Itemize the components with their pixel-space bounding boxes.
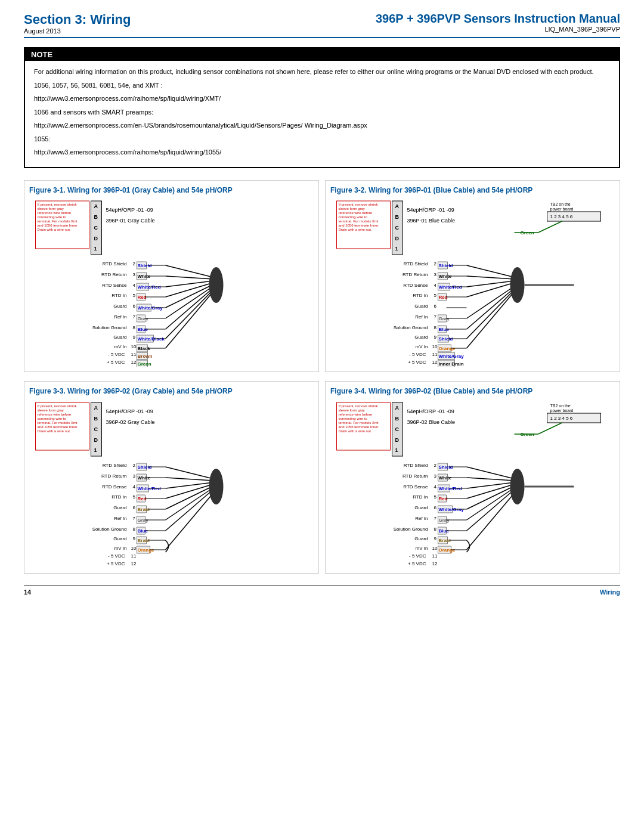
svg-text:1: 1 (395, 246, 398, 252)
svg-text:10: 10 (432, 344, 438, 349)
svg-text:reference wire before: reference wire before (38, 413, 72, 416)
figure-1-block: Figure 3-1. Wiring for 396P-01 (Gray Cab… (24, 180, 319, 373)
figure-2-svg: If present, remove shrink sleeve form gr… (330, 200, 615, 367)
manual-code: LIQ_MAN_396P_396PVP (376, 26, 620, 33)
svg-point-317 (510, 469, 525, 504)
svg-line-257 (538, 423, 562, 434)
svg-line-50 (166, 286, 213, 318)
svg-text:12: 12 (432, 561, 438, 566)
svg-text:connecting wire to: connecting wire to (339, 417, 368, 420)
svg-text:C: C (94, 225, 98, 231)
svg-text:54epH/ORP  -01  -09: 54epH/ORP -01 -09 (106, 408, 153, 414)
svg-text:RTD In: RTD In (413, 293, 428, 298)
figure-3-title: Figure 3-3. Wiring for 396P-02 (Gray Cab… (29, 386, 314, 397)
svg-text:Guard: Guard (113, 536, 126, 541)
figure-3-diagram: If present, remove shrink sleeve form gr… (29, 401, 314, 568)
svg-text:3: 3 (133, 473, 136, 479)
svg-text:RTD In: RTD In (112, 293, 126, 298)
svg-text:and 1056 terminate Inner: and 1056 terminate Inner (339, 425, 379, 429)
svg-line-139 (467, 288, 515, 329)
svg-line-189 (166, 478, 213, 481)
figures-row-2: Figure 3-3. Wiring for 396P-02 (Gray Cab… (24, 381, 620, 574)
svg-text:reference wire before: reference wire before (38, 211, 72, 215)
figure-2-diagram: If present, remove shrink sleeve form gr… (330, 200, 615, 367)
svg-text:reference wire before: reference wire before (339, 211, 373, 215)
svg-text:and 1056 terminate Inner: and 1056 terminate Inner (38, 425, 78, 429)
svg-text:sleeve form gray: sleeve form gray (38, 408, 64, 412)
svg-text:D: D (94, 236, 98, 241)
svg-text:2: 2 (133, 261, 136, 267)
svg-text:RTD Return: RTD Return (101, 473, 127, 479)
svg-text:3: 3 (434, 473, 437, 479)
svg-point-161 (510, 267, 525, 303)
svg-text:12: 12 (432, 360, 438, 365)
svg-point-236 (209, 469, 224, 504)
svg-text:- 5 VDC: - 5 VDC (108, 352, 125, 357)
figures-row-1: Figure 3-1. Wiring for 396P-01 (Gray Cab… (24, 180, 620, 373)
svg-line-145 (467, 290, 515, 339)
footer-section: Wiring (600, 589, 620, 596)
svg-text:1: 1 (395, 447, 398, 453)
svg-text:power board: power board (550, 207, 574, 212)
svg-text:RTD Sense: RTD Sense (102, 484, 127, 490)
svg-line-118 (467, 281, 515, 287)
svg-text:A: A (94, 203, 98, 209)
svg-text:3: 3 (434, 272, 437, 277)
page-header: Section 3: Wiring August 2013 396P + 396… (24, 12, 620, 38)
svg-text:7: 7 (434, 516, 437, 521)
svg-text:5: 5 (133, 494, 136, 500)
svg-text:If present, remove shrink: If present, remove shrink (339, 203, 379, 206)
svg-text:9: 9 (434, 536, 437, 541)
svg-text:5: 5 (133, 293, 136, 298)
svg-line-106 (467, 265, 515, 277)
svg-text:mV In: mV In (114, 344, 127, 349)
svg-line-99 (538, 221, 562, 233)
svg-text:4: 4 (133, 283, 136, 288)
svg-text:Solution Ground: Solution Ground (394, 527, 428, 532)
svg-text:B: B (395, 214, 400, 220)
header-right: 396P + 396PVP Sensors Instruction Manual… (376, 12, 620, 33)
svg-text:2: 2 (133, 463, 136, 468)
note-paragraph1: For additional wiring information on thi… (34, 67, 610, 77)
svg-text:11: 11 (131, 553, 137, 559)
svg-line-264 (467, 467, 515, 479)
svg-text:and 1056 terminate Inner: and 1056 terminate Inner (339, 224, 379, 227)
svg-text:RTD In: RTD In (112, 494, 126, 500)
svg-text:D: D (395, 236, 400, 241)
svg-text:+ 5 VDC: + 5 VDC (107, 561, 125, 566)
svg-text:Drain with a wire nut.: Drain with a wire nut. (339, 429, 372, 433)
svg-line-62 (166, 290, 213, 339)
svg-line-311 (467, 493, 515, 550)
manual-title: 396P + 396PVP Sensors Instruction Manual (376, 12, 620, 26)
svg-text:Guard: Guard (414, 335, 428, 340)
svg-text:8: 8 (133, 325, 136, 330)
figure-1-svg: If present, remove shrink sleeve form gr… (29, 200, 314, 367)
svg-text:4: 4 (133, 484, 136, 490)
svg-text:6: 6 (133, 505, 136, 510)
svg-text:D: D (395, 437, 400, 443)
svg-text:C: C (395, 225, 400, 231)
svg-text:+ 5 VDC: + 5 VDC (408, 360, 426, 365)
note-line2-label: 1066 and sensors with SMART preamps: (34, 107, 610, 117)
svg-text:Red: Red (439, 496, 448, 501)
svg-text:Solution Ground: Solution Ground (92, 325, 127, 330)
svg-line-68 (166, 292, 213, 348)
figure-2-block: Figure 3-2. Wiring for 396P-01 (Blue Cab… (325, 180, 620, 373)
svg-text:RTD Sense: RTD Sense (403, 283, 428, 288)
svg-text:5: 5 (434, 293, 437, 298)
svg-text:mV In: mV In (416, 546, 428, 551)
svg-text:RTD Return: RTD Return (402, 272, 428, 277)
svg-text:Guard: Guard (113, 335, 126, 340)
note-line1-label: 1056, 1057, 56, 5081, 6081, 54e, and XMT… (34, 80, 610, 91)
svg-text:12: 12 (131, 561, 137, 566)
svg-line-112 (467, 276, 515, 279)
svg-text:Ref In: Ref In (114, 314, 126, 320)
svg-text:2: 2 (434, 463, 437, 468)
figure-1-diagram: If present, remove shrink sleeve form gr… (29, 200, 314, 367)
svg-text:If present, remove shrink: If present, remove shrink (339, 404, 379, 408)
svg-text:reference wire before: reference wire before (339, 413, 373, 416)
svg-text:4: 4 (434, 283, 437, 288)
svg-text:TB2 on the: TB2 on the (550, 404, 571, 408)
svg-text:8: 8 (133, 527, 136, 532)
page-footer: 14 Wiring (24, 586, 620, 596)
